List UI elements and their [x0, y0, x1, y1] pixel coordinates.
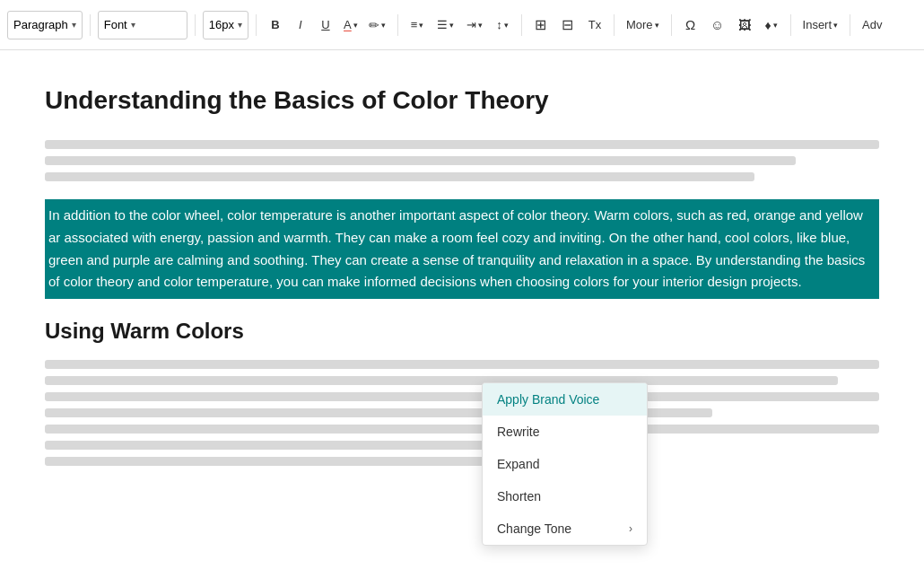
highlight-chevron-icon: ▾ — [381, 21, 386, 30]
line-height-icon: ↕ — [496, 18, 502, 31]
article-title: Understanding the Basics of Color Theory — [45, 86, 879, 115]
context-menu-item-label: Rewrite — [497, 425, 539, 439]
block-icon-1: ⊞ — [535, 16, 546, 33]
placeholder-line-3 — [45, 172, 754, 181]
text-color-label: A — [344, 18, 352, 31]
placeholder-line-10 — [45, 457, 545, 466]
indent-chevron-icon: ▾ — [478, 21, 483, 30]
shapes-button[interactable]: ♦ ▾ — [760, 12, 783, 39]
font-size-label: 16px — [209, 18, 234, 31]
paragraph-chevron-icon: ▾ — [72, 20, 76, 30]
paragraph-label: Paragraph — [13, 18, 68, 31]
align-icon: ≡ — [411, 18, 418, 31]
emoji-icon: ☺ — [710, 17, 724, 32]
more-chevron-icon: ▾ — [655, 21, 659, 30]
separator-9 — [850, 14, 850, 36]
more-label: More — [626, 18, 653, 31]
line-height-button[interactable]: ↕ ▾ — [491, 12, 514, 39]
text-format-group: B I U A ▾ ✏ ▾ — [264, 12, 390, 39]
separator-2 — [195, 14, 196, 36]
font-size-select[interactable]: 16px ▾ — [203, 11, 248, 39]
separator-7 — [671, 14, 672, 36]
section-heading: Using Warm Colors — [45, 319, 879, 344]
context-menu-item-label: Apply Brand Voice — [497, 392, 599, 407]
remove-format-button[interactable]: Tx — [583, 12, 606, 39]
placeholder-line-4 — [45, 360, 879, 369]
change-tone-arrow-icon: › — [629, 522, 632, 535]
highlight-button[interactable]: ✏ ▾ — [364, 12, 390, 39]
separator-3 — [256, 14, 257, 36]
font-size-chevron-icon: ▾ — [238, 20, 242, 30]
context-menu-item-label: Expand — [497, 457, 539, 471]
emoji-button[interactable]: ☺ — [706, 12, 729, 39]
placeholder-line-2 — [45, 156, 796, 165]
list-icon: ☰ — [437, 18, 448, 31]
context-menu-item-rewrite[interactable]: Rewrite — [483, 416, 647, 448]
context-menu-item-label: Change Tone — [497, 521, 571, 536]
shapes-chevron-icon: ▾ — [773, 21, 778, 30]
adv-label: Adv — [862, 18, 882, 31]
more-button[interactable]: More ▾ — [622, 12, 664, 39]
separator-6 — [614, 14, 615, 36]
block-button-1[interactable]: ⊞ — [529, 12, 553, 39]
highlight-icon: ✏ — [369, 18, 379, 32]
special-char-icon: Ω — [685, 17, 695, 32]
separator-8 — [790, 14, 791, 36]
block-icon-2: ⊟ — [562, 16, 573, 33]
adv-button[interactable]: Adv — [858, 12, 886, 39]
special-char-button[interactable]: Ω — [679, 12, 702, 39]
context-menu-item-expand[interactable]: Expand — [483, 448, 647, 480]
editor-toolbar: Paragraph ▾ Font ▾ 16px ▾ B I U A ▾ ✏ ▾ … — [0, 0, 924, 50]
placeholder-line-1 — [45, 140, 879, 149]
indent-button[interactable]: ⇥ ▾ — [462, 12, 487, 39]
text-color-chevron-icon: ▾ — [353, 21, 358, 30]
context-menu: Apply Brand Voice Rewrite Expand Shorten… — [482, 382, 648, 546]
text-color-button[interactable]: A ▾ — [339, 12, 362, 39]
list-chevron-icon: ▾ — [449, 21, 454, 30]
insert-label: Insert — [803, 18, 832, 31]
indent-icon: ⇥ — [466, 18, 476, 31]
image-icon: 🖼 — [738, 18, 751, 32]
remove-format-icon: Tx — [588, 18, 601, 31]
placeholder-line-8 — [45, 425, 879, 434]
context-menu-item-apply-brand-voice[interactable]: Apply Brand Voice — [483, 383, 647, 416]
paragraph-select[interactable]: Paragraph ▾ — [7, 11, 83, 39]
context-menu-item-shorten[interactable]: Shorten — [483, 480, 647, 513]
editor-area: Understanding the Basics of Color Theory… — [0, 50, 924, 587]
italic-button[interactable]: I — [289, 12, 312, 39]
insert-chevron-icon: ▾ — [833, 21, 838, 30]
image-button[interactable]: 🖼 — [733, 12, 756, 39]
shapes-icon: ♦ — [764, 18, 771, 32]
line-height-chevron-icon: ▾ — [504, 21, 509, 30]
insert-button[interactable]: Insert ▾ — [798, 12, 843, 39]
list-button[interactable]: ☰ ▾ — [432, 12, 458, 39]
context-menu-item-label: Shorten — [497, 489, 541, 504]
separator-5 — [521, 14, 522, 36]
placeholder-line-5 — [45, 376, 838, 385]
font-label: Font — [104, 18, 127, 31]
font-chevron-icon: ▾ — [131, 20, 135, 30]
align-chevron-icon: ▾ — [419, 21, 423, 30]
placeholder-line-6 — [45, 392, 879, 401]
align-button[interactable]: ≡ ▾ — [405, 12, 429, 39]
context-menu-item-change-tone[interactable]: Change Tone › — [483, 513, 647, 545]
separator-4 — [397, 14, 398, 36]
font-select[interactable]: Font ▾ — [98, 11, 187, 39]
separator-1 — [90, 14, 91, 36]
underline-button[interactable]: U — [314, 12, 337, 39]
selected-paragraph[interactable]: In addition to the color wheel, color te… — [45, 199, 879, 299]
bold-button[interactable]: B — [264, 12, 287, 39]
block-button-2[interactable]: ⊟ — [556, 12, 580, 39]
